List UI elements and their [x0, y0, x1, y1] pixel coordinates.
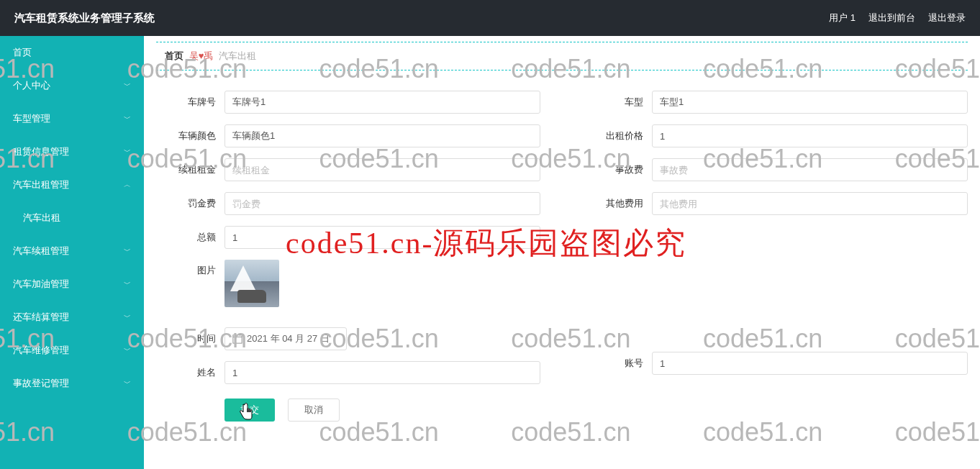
label-image: 图片 [163, 260, 224, 277]
chevron-down-icon: ﹀ [124, 246, 131, 256]
app-header: 汽车租赁系统业务管理子系统 用户 1 退出到前台 退出登录 [0, 0, 980, 36]
sidebar-item-label: 汽车出租 [23, 212, 60, 223]
svg-rect-0 [233, 335, 242, 343]
input-plate[interactable] [224, 91, 540, 114]
logout-link[interactable]: 退出登录 [928, 12, 966, 24]
chevron-down-icon: ﹀ [124, 114, 131, 124]
label-price: 出租价格 [591, 129, 652, 142]
input-date[interactable]: 2021 年 04 月 27 日 [224, 327, 347, 350]
sidebar-item-home[interactable]: 首页 [0, 36, 144, 69]
chevron-down-icon: ﹀ [124, 81, 131, 91]
sidebar-item-label: 汽车续租管理 [13, 245, 69, 258]
sidebar-item-return[interactable]: 还车结算管理 ﹀ [0, 301, 144, 334]
sidebar-item-label: 车型管理 [13, 112, 50, 125]
label-time: 时间 [163, 332, 224, 345]
label-total: 总额 [163, 231, 224, 244]
label-plate: 车牌号 [163, 96, 224, 109]
chevron-down-icon: ﹀ [124, 279, 131, 289]
sidebar-item-car-rent[interactable]: 汽车出租管理 ︿ [0, 168, 144, 201]
input-price[interactable] [652, 124, 968, 147]
calendar-icon [232, 334, 242, 344]
breadcrumb-home[interactable]: 首页 [165, 50, 183, 61]
sidebar-item-label: 汽车出租管理 [13, 178, 69, 191]
date-value: 2021 年 04 月 27 日 [247, 332, 330, 345]
label-type: 车型 [591, 96, 652, 109]
form-column-left: 车牌号 车辆颜色 续租租金 罚金费 总额 [163, 91, 540, 422]
sidebar-item-label: 还车结算管理 [13, 311, 69, 324]
sidebar-item-label: 首页 [13, 46, 32, 59]
app-title: 汽车租赁系统业务管理子系统 [14, 12, 155, 25]
main-content: 首页 吴♥禹 汽车出租 车牌号 车辆颜色 续租租金 罚金费 [144, 36, 980, 469]
label-color: 车辆颜色 [163, 129, 224, 142]
cancel-button[interactable]: 取消 [288, 399, 340, 422]
button-row: 提交 取消 [163, 399, 540, 422]
sidebar-item-personal[interactable]: 个人中心 ﹀ [0, 69, 144, 102]
label-other: 其他费用 [591, 197, 652, 210]
label-name: 姓名 [163, 366, 224, 379]
sidebar-item-label: 事故登记管理 [13, 377, 69, 390]
sidebar-subitem-car-rent[interactable]: 汽车出租 [0, 201, 144, 234]
image-preview[interactable] [224, 260, 279, 307]
input-type[interactable] [652, 91, 968, 114]
sidebar-item-accident[interactable]: 事故登记管理 ﹀ [0, 367, 144, 400]
chevron-down-icon: ﹀ [124, 147, 131, 157]
input-account[interactable] [652, 352, 968, 375]
sidebar-item-label: 汽车维修管理 [13, 344, 69, 357]
breadcrumb-separator-icon: 吴♥禹 [189, 50, 214, 61]
breadcrumb-current: 汽车出租 [219, 50, 256, 61]
label-renew: 续租租金 [163, 163, 224, 176]
user-label[interactable]: 用户 1 [829, 12, 856, 24]
chevron-down-icon: ﹀ [124, 378, 131, 388]
input-penalty[interactable] [224, 192, 540, 215]
chevron-up-icon: ︿ [124, 180, 131, 190]
to-front-link[interactable]: 退出到前台 [868, 12, 915, 24]
label-accident: 事故费 [591, 163, 652, 176]
input-renew[interactable] [224, 158, 540, 181]
breadcrumb: 首页 吴♥禹 汽车出租 [156, 42, 968, 70]
sidebar-item-rental-info[interactable]: 租赁信息管理 ﹀ [0, 135, 144, 168]
submit-button[interactable]: 提交 [224, 399, 275, 422]
sidebar-item-label: 个人中心 [13, 79, 50, 92]
form-column-right: 车型 出租价格 事故费 其他费用 账号 [591, 91, 968, 422]
input-other[interactable] [652, 192, 968, 215]
sidebar-item-renew[interactable]: 汽车续租管理 ﹀ [0, 234, 144, 268]
input-color[interactable] [224, 124, 540, 147]
label-account: 账号 [591, 357, 652, 370]
sidebar-item-model[interactable]: 车型管理 ﹀ [0, 102, 144, 135]
sidebar-item-repair[interactable]: 汽车维修管理 ﹀ [0, 334, 144, 367]
input-name[interactable] [224, 361, 540, 384]
sidebar-item-refuel[interactable]: 汽车加油管理 ﹀ [0, 268, 144, 301]
form: 车牌号 车辆颜色 续租租金 罚金费 总额 [156, 91, 968, 422]
chevron-down-icon: ﹀ [124, 312, 131, 322]
sidebar: 首页 个人中心 ﹀ 车型管理 ﹀ 租赁信息管理 ﹀ 汽车出租管理 ︿ 汽车出租 … [0, 36, 144, 469]
sidebar-item-label: 租赁信息管理 [13, 145, 69, 158]
header-actions: 用户 1 退出到前台 退出登录 [829, 12, 966, 24]
sidebar-item-label: 汽车加油管理 [13, 278, 69, 291]
input-accident[interactable] [652, 158, 968, 181]
input-total[interactable] [224, 226, 540, 249]
chevron-down-icon: ﹀ [124, 345, 131, 355]
label-penalty: 罚金费 [163, 197, 224, 210]
